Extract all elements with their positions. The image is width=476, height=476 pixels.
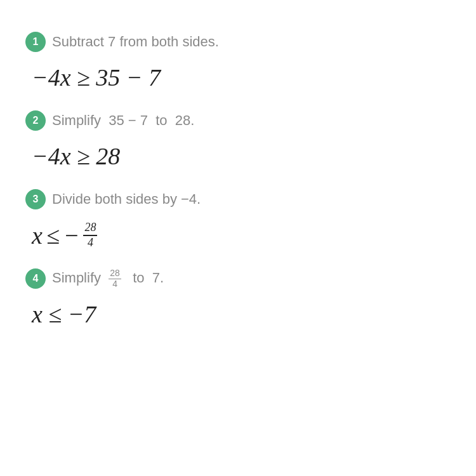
step-3-x: x — [32, 221, 43, 249]
step-4-math: x ≤ −7 — [32, 301, 96, 327]
step-1-equation: −4x ≥ 35 − 7 — [32, 63, 451, 91]
step-4-frac-den: 4 — [111, 279, 119, 289]
step-1-math: −4x ≥ 35 − 7 — [32, 64, 161, 91]
step-3-neg: − — [63, 221, 80, 249]
step-3-frac-num: 28 — [83, 221, 97, 236]
step-3-equation: x ≤ − 28 4 — [32, 221, 451, 249]
step-4-description: Simplify 28 4 to 7. — [52, 268, 164, 289]
step-2-equation: −4x ≥ 28 — [32, 142, 451, 170]
step-3-badge: 3 — [25, 189, 46, 209]
step-4-frac-num: 28 — [109, 268, 121, 279]
step-3-math: x ≤ − 28 4 — [32, 221, 451, 249]
step-2-math: −4x ≥ 28 — [32, 143, 120, 169]
step-3-header: 3 Divide both sides by −4. — [25, 189, 451, 209]
step-4-header: 4 Simplify 28 4 to 7. — [25, 268, 451, 289]
step-4-inline-fraction: 28 4 — [109, 268, 121, 289]
step-3-description: Divide both sides by −4. — [52, 191, 201, 208]
step-1-description: Subtract 7 from both sides. — [52, 34, 219, 50]
step-3-frac-den: 4 — [86, 236, 95, 250]
step-4-badge: 4 — [25, 268, 46, 289]
step-3-fraction: 28 4 — [83, 221, 97, 249]
step-2-header: 2 Simplify 35 − 7 to 28. — [25, 110, 451, 131]
step-1-badge: 1 — [25, 32, 46, 52]
step-2-badge: 2 — [25, 110, 46, 131]
step-1-header: 1 Subtract 7 from both sides. — [25, 32, 451, 52]
step-2-description: Simplify 35 − 7 to 28. — [52, 112, 194, 129]
step-3-leq: ≤ — [46, 221, 60, 249]
step-4-equation: x ≤ −7 — [32, 300, 451, 328]
